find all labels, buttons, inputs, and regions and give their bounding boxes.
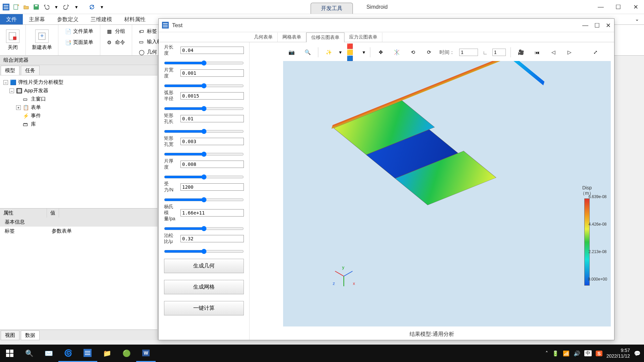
tab-3d-model[interactable]: 三维建模 [85,14,118,24]
prev-frame-icon[interactable]: ◁ [548,47,559,58]
param-slider[interactable] [164,197,244,202]
search-button[interactable]: 🔍 [19,345,39,362]
param-input[interactable] [180,69,244,77]
param-input[interactable] [180,138,244,145]
expand-icon[interactable]: ⤢ [590,47,601,58]
tab-data[interactable]: 数据 [21,330,40,340]
tree-root[interactable]: –🟦弹性片受力分析模型 [3,78,155,86]
mail-app-icon[interactable]: ✉️ [39,345,58,362]
tab-file[interactable]: 文件 [0,14,23,24]
tab-home[interactable]: 主屏幕 [23,14,51,24]
taskbar-app-1[interactable]: 🌀 [58,345,78,362]
dropdown-icon[interactable]: ▾ [72,3,80,11]
tree-lib[interactable]: 🗃库 [3,120,155,128]
param-input[interactable] [180,47,244,54]
close-button[interactable]: 关闭 [6,29,19,51]
param-slider[interactable] [164,83,244,88]
close-button[interactable]: ✕ [606,22,611,29]
param-input[interactable] [180,161,244,168]
tab-params[interactable]: 参数定义 [51,14,85,24]
volume-icon[interactable]: 🔊 [574,350,580,357]
ribbon-collapse-icon[interactable]: ⌄ [630,14,644,24]
test-window-titlebar[interactable]: Test — ☐ ✕ [159,19,614,32]
param-input[interactable] [180,235,244,242]
redo-icon[interactable] [62,3,70,11]
param-input[interactable] [180,183,244,191]
geometry-button[interactable]: ◯几何 [138,48,158,57]
ime-indicator[interactable]: 中 [584,350,592,356]
dropdown-icon[interactable]: ▾ [363,49,365,55]
simdroid-taskbar-icon[interactable] [78,345,97,362]
tab-task[interactable]: 任务 [21,66,40,75]
group-button[interactable]: ▦分组 [106,27,126,36]
tab-stress-form[interactable]: 应力云图表单 [344,33,382,42]
param-input[interactable] [180,115,244,122]
open-icon[interactable] [22,3,30,11]
save-icon[interactable] [32,3,40,11]
wifi-icon[interactable]: 📶 [563,350,570,357]
minimize-button[interactable]: — [582,22,588,29]
tray-chevron-icon[interactable]: ˄ [545,350,548,357]
tab-geometry-form[interactable]: 几何表单 [249,33,278,42]
explorer-icon[interactable]: 📁 [97,345,117,362]
refresh-icon[interactable] [88,3,96,11]
zoom-icon[interactable]: 🔍 [302,47,313,58]
rotate-ccw-icon[interactable]: ⟲ [407,47,419,58]
word-icon[interactable]: W [136,345,156,362]
new-form-button[interactable]: + 新建表单 [32,29,52,51]
start-button[interactable] [0,345,19,362]
param-slider[interactable] [164,174,244,180]
rotate-cw-icon[interactable]: ⟳ [423,47,435,58]
tree-app[interactable]: –🔲App开发器 [3,86,155,95]
param-slider[interactable] [164,249,244,254]
gen-mesh-button[interactable]: 生成网格 [164,280,244,294]
param-slider[interactable] [164,129,244,134]
tree-form[interactable]: +📋表单 [3,103,155,112]
param-slider[interactable] [164,106,244,111]
record-icon[interactable]: 🎥 [516,47,527,58]
new-icon[interactable]: + [12,3,20,11]
param-slider[interactable] [164,152,244,157]
dropdown-icon[interactable]: ▾ [339,49,342,55]
time-input[interactable] [459,49,478,56]
undo-icon[interactable] [42,3,50,11]
colormap-icon[interactable]: 🟥🟨🟦 [346,47,358,58]
param-slider[interactable] [164,226,244,231]
battery-icon[interactable]: 🔋 [552,350,559,357]
param-input[interactable] [180,209,244,217]
dropdown-icon[interactable]: ▾ [52,3,60,11]
minimize-button[interactable]: — [592,0,609,14]
frame-input[interactable] [492,49,506,56]
tab-displacement-form[interactable]: 位移云图表单 [306,33,344,43]
tree-event[interactable]: ⚡事件 [3,112,155,120]
tab-mesh-form[interactable]: 网格表单 [278,33,306,42]
dropdown-icon[interactable]: ▾ [98,3,106,11]
axes-icon[interactable] [391,47,402,58]
sogou-ime-icon[interactable]: S [596,351,602,356]
expand-icon[interactable]: + [16,105,21,110]
collapse-icon[interactable]: – [9,88,14,93]
page-menu-button[interactable]: 📑页面菜单 [64,38,94,47]
close-button[interactable]: ✕ [627,0,644,14]
highlight-icon[interactable]: ✨ [323,47,334,58]
param-input[interactable] [180,92,244,100]
tab-model[interactable]: 模型 [1,66,19,75]
maximize-button[interactable]: ☐ [610,0,627,14]
tab-view[interactable]: 视图 [1,330,19,340]
screenshot-icon[interactable]: 📷 [286,47,297,58]
param-slider[interactable] [164,60,244,66]
play-icon[interactable]: ▷ [564,47,575,58]
file-menu-button[interactable]: 📄文件菜单 [64,27,94,36]
compute-button[interactable]: 一键计算 [164,301,244,315]
clock[interactable]: 9:57 2022/11/12 [606,348,630,359]
collapse-icon[interactable]: – [3,80,8,85]
move-icon[interactable]: ✥ [375,47,386,58]
edge-icon[interactable]: 🟢 [117,345,136,362]
3d-viewport[interactable]: y x z Disp （m） 6.639e-08 4.426e-08 2.213… [283,61,611,326]
command-button[interactable]: ⚙命令 [106,38,126,47]
maximize-button[interactable]: ☐ [594,22,600,29]
tree-mainwin[interactable]: ▭主窗口 [3,95,155,103]
gen-geom-button[interactable]: 生成几何 [164,259,244,273]
label-button[interactable]: 🏷标签 [138,27,158,36]
notifications-icon[interactable]: 💬 [634,350,641,357]
